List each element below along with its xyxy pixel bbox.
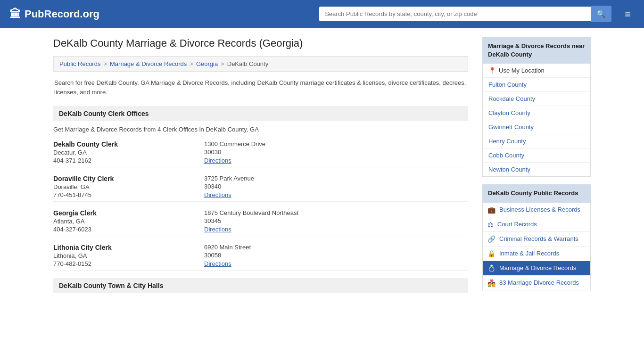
record-label-2: Criminal Records & Warrants	[499, 235, 578, 242]
town-section-header: DeKalb County Town & City Halls	[53, 278, 468, 293]
content-area: DeKalb County Marriage & Divorce Records…	[53, 37, 468, 298]
office-zip-2: 30340	[204, 183, 468, 190]
logo[interactable]: 🏛 PubRecord.org	[9, 8, 99, 21]
office-zip-1: 30030	[204, 148, 468, 156]
office-address-2: 3725 Park Avenue	[204, 175, 468, 182]
nearby-county-1[interactable]: Rockdale County	[483, 92, 590, 106]
nearby-county-label-3: Gwinnett County	[488, 123, 534, 131]
office-zip-3: 30345	[204, 217, 468, 224]
office-right-3: 1875 Century Boulevard Northeast 30345 D…	[204, 209, 468, 233]
office-left-2: Doraville City Clerk Doraville, GA 770-4…	[53, 175, 185, 199]
office-directions-3[interactable]: Directions	[204, 226, 231, 233]
record-item-0[interactable]: 💼 Business Licenses & Records	[483, 203, 590, 217]
record-label-4: Marriage & Divorce Records	[499, 264, 576, 272]
breadcrumb-sep-3: >	[221, 60, 224, 67]
record-label-0: Business Licenses & Records	[499, 206, 580, 213]
office-directions-2[interactable]: Directions	[204, 191, 231, 198]
office-name-4: Lithonia City Clerk	[53, 244, 185, 251]
office-city-1: Decatur, GA	[53, 149, 185, 156]
logo-icon: 🏛	[9, 8, 21, 21]
office-directions-1[interactable]: Directions	[204, 157, 231, 164]
public-records-section: DeKalb County Public Records 💼 Business …	[482, 184, 591, 290]
record-label-1: Court Records	[497, 221, 537, 228]
office-city-3: Atlanta, GA	[53, 218, 185, 225]
nearby-list: 📍 Use My Location Fulton County Rockdale…	[482, 64, 591, 177]
office-entry-2: Doraville City Clerk Doraville, GA 770-4…	[53, 175, 468, 199]
office-address-4: 6920 Main Street	[204, 244, 468, 251]
nearby-county-6[interactable]: Newton County	[483, 163, 590, 176]
nearby-county-0[interactable]: Fulton County	[483, 78, 590, 92]
clerk-sub-desc: Get Marriage & Divorce Records from 4 Cl…	[53, 126, 468, 133]
nearby-county-label-4: Henry County	[488, 138, 526, 145]
office-right-4: 6920 Main Street 30058 Directions	[204, 244, 468, 267]
record-item-3[interactable]: 🔒 Inmate & Jail Records	[483, 247, 590, 261]
office-left-1: Dekalb County Clerk Decatur, GA 404-371-…	[53, 140, 185, 165]
record-item-1[interactable]: ⚖ Court Records	[483, 217, 590, 232]
record-item-4[interactable]: 💍 Marriage & Divorce Records	[483, 261, 590, 276]
office-left-4: Lithonia City Clerk Lithonia, GA 770-482…	[53, 244, 185, 268]
nearby-section: Marriage & Divorce Records near DeKalb C…	[482, 37, 591, 177]
office-right-1: 1300 Commerce Drive 30030 Directions	[204, 140, 468, 164]
page-description: Search for free DeKalb County, GA Marria…	[53, 78, 468, 97]
menu-button[interactable]: ≡	[621, 6, 635, 22]
public-records-list: 💼 Business Licenses & Records ⚖ Court Re…	[482, 203, 591, 290]
nearby-county-4[interactable]: Henry County	[483, 134, 590, 148]
main-container: DeKalb County Marriage & Divorce Records…	[39, 28, 605, 307]
breadcrumb-sep-2: >	[190, 60, 193, 67]
nearby-county-label-1: Rockdale County	[488, 95, 535, 102]
office-list: Dekalb County Clerk Decatur, GA 404-371-…	[53, 140, 468, 271]
breadcrumb-georgia[interactable]: Georgia	[196, 60, 218, 67]
logo-text: PubRecord.org	[25, 8, 99, 20]
court-icon: ⚖	[487, 221, 494, 228]
public-records-header: DeKalb County Public Records	[482, 184, 591, 202]
search-area: 🔍	[319, 6, 611, 22]
search-icon: 🔍	[596, 10, 606, 18]
breadcrumb-sep-1: >	[103, 60, 107, 67]
nearby-county-5[interactable]: Cobb County	[483, 148, 590, 163]
search-button[interactable]: 🔍	[591, 6, 611, 22]
use-my-location[interactable]: 📍 Use My Location	[483, 64, 590, 78]
office-right-2: 3725 Park Avenue 30340 Directions	[204, 175, 468, 198]
record-label-5: 83 Marriage Divorce Records	[499, 279, 579, 286]
marriage-icon: 💍	[487, 264, 495, 272]
breadcrumb-marriage-records[interactable]: Marriage & Divorce Records	[110, 60, 187, 67]
clerk-section-header: DeKalb County Clerk Offices	[53, 106, 468, 121]
office-address-1: 1300 Commerce Drive	[204, 140, 468, 148]
office-city-4: Lithonia, GA	[53, 252, 185, 259]
search-input[interactable]	[319, 7, 591, 21]
breadcrumb: Public Records > Marriage & Divorce Reco…	[53, 56, 468, 72]
office-address-3a: 1875 Century Boulevard Northeast	[204, 209, 468, 216]
office-name-3: Georgia Clerk	[53, 209, 185, 217]
office-zip-4: 30058	[204, 252, 468, 259]
office-name-2: Doraville City Clerk	[53, 175, 185, 182]
location-icon: 📍	[488, 67, 496, 74]
office-phone-2: 770-451-8745	[53, 191, 185, 198]
office-entry-1: Dekalb County Clerk Decatur, GA 404-371-…	[53, 140, 468, 165]
office-phone-1: 404-371-2162	[53, 157, 185, 164]
office-phone-4: 770-482-0152	[53, 260, 185, 267]
office-directions-4[interactable]: Directions	[204, 260, 231, 267]
breadcrumb-current: DeKalb County	[227, 60, 268, 67]
office-left-3: Georgia Clerk Atlanta, GA 404-327-6023	[53, 209, 185, 234]
use-my-location-label: Use My Location	[499, 67, 545, 74]
office-phone-3: 404-327-6023	[53, 226, 185, 233]
marriage-sub-icon: 💑	[487, 279, 495, 287]
page-title: DeKalb County Marriage & Divorce Records…	[53, 37, 468, 49]
record-item-5[interactable]: 💑 83 Marriage Divorce Records	[483, 276, 590, 290]
office-entry-4: Lithonia City Clerk Lithonia, GA 770-482…	[53, 244, 468, 268]
nearby-county-label-2: Clayton County	[488, 109, 530, 116]
nearby-county-label-6: Newton County	[488, 166, 530, 173]
office-entry-3: Georgia Clerk Atlanta, GA 404-327-6023 1…	[53, 209, 468, 234]
nearby-county-label-0: Fulton County	[488, 81, 527, 88]
record-label-3: Inmate & Jail Records	[499, 250, 559, 257]
breadcrumb-public-records[interactable]: Public Records	[59, 60, 100, 67]
site-header: 🏛 PubRecord.org 🔍 ≡	[0, 0, 644, 28]
nearby-county-3[interactable]: Gwinnett County	[483, 120, 590, 134]
office-name-1: Dekalb County Clerk	[53, 140, 185, 148]
business-icon: 💼	[487, 206, 495, 214]
nearby-county-2[interactable]: Clayton County	[483, 106, 590, 120]
nearby-county-label-5: Cobb County	[488, 152, 524, 159]
inmate-icon: 🔒	[487, 250, 495, 257]
record-item-2[interactable]: 🔗 Criminal Records & Warrants	[483, 232, 590, 247]
sidebar: Marriage & Divorce Records near DeKalb C…	[482, 37, 591, 298]
